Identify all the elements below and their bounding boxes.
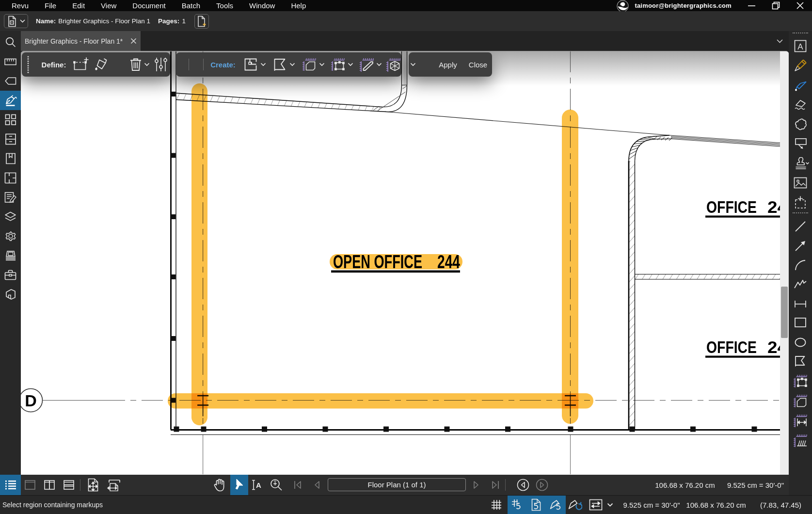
menu-window[interactable]: Window [249,0,275,11]
pan-button[interactable] [212,475,227,495]
tool-polyline[interactable] [789,275,812,293]
split-horizontal-button[interactable] [64,475,74,495]
space-settings-button[interactable] [153,52,169,77]
sidebar-item-tool-chest[interactable] [0,265,21,285]
tool-arrow[interactable] [789,237,812,255]
menu-revu[interactable]: Revu [12,0,29,11]
first-page-button[interactable] [291,475,304,495]
define-space-button[interactable] [72,52,90,77]
tool-measure-wall[interactable] [789,432,812,450]
tool-measure-rectangle[interactable] [789,372,812,390]
tool-image[interactable] [789,174,812,192]
tool-measure-polygon[interactable] [789,392,812,410]
menu-tools[interactable]: Tools [216,0,233,11]
tool-eraser[interactable] [789,96,812,114]
previous-view-button[interactable] [516,475,530,495]
sidebar-item-markup-tools[interactable] [0,91,21,110]
tool-cloud[interactable] [789,115,812,133]
sidebar-item-flags[interactable] [0,71,21,91]
zoom-button[interactable] [269,475,284,495]
sidebar-item-measure[interactable] [0,52,21,71]
sidebar-item-studio[interactable] [0,285,21,304]
format-paint-button[interactable] [92,52,110,77]
sync-views-button[interactable] [588,496,604,514]
menu-file[interactable]: File [45,0,56,11]
select-text-button[interactable]: A [250,475,265,495]
sidebar-item-thumbnails[interactable] [0,110,21,129]
snap-to-grid-button[interactable] [508,496,527,514]
tool-measure-length[interactable] [789,412,812,430]
account-email[interactable]: taimoor@brightergraphics.com [635,2,732,9]
measure-area-chevron[interactable] [318,52,326,77]
sidebar-item-search[interactable] [0,32,21,52]
delete-options-chevron[interactable] [143,52,151,77]
tab-floor-plan[interactable]: Brighter Graphics - Floor Plan 1* [21,31,141,51]
tool-dimension[interactable] [789,295,812,313]
menu-help[interactable]: Help [291,0,306,11]
tool-text-box[interactable]: A [789,37,812,55]
page-position-button[interactable] [87,475,99,495]
close-button[interactable]: Close [463,52,493,77]
create-space-button[interactable] [242,52,259,77]
delete-markup-button[interactable] [128,52,143,77]
apply-button[interactable]: Apply [433,52,462,77]
next-page-button[interactable] [470,475,482,495]
sidebar-item-properties[interactable] [0,226,21,246]
sidebar-item-bookmarks[interactable] [0,149,21,168]
snap-to-content-button[interactable] [527,496,546,514]
measure-volume-chevron[interactable] [375,52,383,77]
status-options-chevron[interactable] [605,496,615,514]
tool-ellipse[interactable] [789,333,812,352]
previous-page-button[interactable] [311,475,323,495]
last-page-button[interactable] [489,475,502,495]
select-button[interactable] [230,475,248,495]
scrollbar-thumb[interactable] [781,287,788,338]
sidebar-item-markup-list[interactable] [0,188,21,207]
tool-arc[interactable] [789,256,812,274]
menu-edit[interactable]: Edit [72,0,85,11]
sidebar-item-sets[interactable] [0,246,21,265]
create-polygon-button[interactable] [271,52,288,77]
measure-volume-button[interactable] [358,52,375,77]
measure-rectangle-chevron[interactable] [347,52,354,77]
tool-polygon[interactable] [789,352,812,370]
tab-close-icon[interactable] [126,31,141,51]
toolbar-drag-handle[interactable] [25,52,31,77]
toolbar-overflow-chevron[interactable] [409,52,417,77]
vertical-scrollbar[interactable] [780,51,789,475]
next-view-button[interactable] [535,475,549,495]
menu-document[interactable]: Document [132,0,165,11]
single-pane-button[interactable] [25,475,35,495]
highlight-markups[interactable] [168,83,593,425]
file-menu-button[interactable] [4,14,28,28]
measure-3d-button[interactable] [384,52,402,77]
markup-list-toggle-button[interactable] [0,475,21,495]
grid-toggle-button[interactable] [489,496,504,514]
sidebar-item-spaces[interactable] [0,168,21,188]
menu-view[interactable]: View [101,0,116,11]
drawing-canvas[interactable]: OPEN OFFICE 244 OFFICE 24 OFFICE 24 D [21,51,789,475]
split-vertical-button[interactable] [44,475,55,495]
sidebar-item-layers[interactable] [0,207,21,226]
tool-callout[interactable] [789,134,812,153]
create-space-chevron[interactable] [259,52,267,77]
page-field[interactable]: Floor Plan (1 of 1) [328,478,466,491]
fit-width-button[interactable] [106,475,121,495]
snap-to-markup-button[interactable] [546,496,566,514]
sidebar-item-file-access[interactable] [0,129,21,149]
create-polygon-chevron[interactable] [288,52,296,77]
tab-overflow-chevron-icon[interactable] [777,31,783,51]
insert-page-button[interactable] [194,14,209,29]
restore-icon[interactable] [764,0,788,11]
close-icon[interactable] [788,0,812,11]
tool-line[interactable] [789,217,812,236]
tool-snapshot[interactable] [789,193,812,212]
tool-stamp[interactable] [789,155,812,173]
measure-area-button[interactable] [301,52,318,77]
tool-rectangle[interactable] [789,313,812,332]
tool-pen[interactable] [789,76,812,95]
tool-highlighter[interactable] [789,56,812,75]
reuse-markup-button[interactable] [566,496,584,514]
menu-batch[interactable]: Batch [182,0,200,11]
measure-rectangle-button[interactable] [329,52,347,77]
